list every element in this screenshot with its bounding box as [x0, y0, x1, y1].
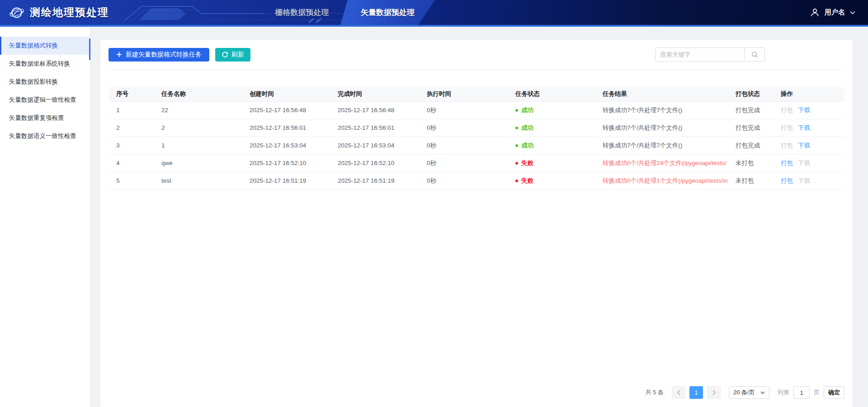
cell-finished-time: 2025-12-17 16:56:48 — [330, 101, 419, 119]
sidebar: 矢量数据格式转换 矢量数据坐标系统转换 矢量数据投影转换 矢量数据逻辑一致性检查… — [0, 27, 90, 407]
cell-duration: 0秒 — [419, 137, 508, 154]
refresh-icon — [222, 51, 228, 58]
column-header: 任务名称 — [154, 87, 242, 101]
cell-task-name: 2 — [154, 119, 242, 137]
task-table: 序号任务名称创建时间完成时间执行时间任务状态任务结果打包状态操作 1 22 20… — [108, 87, 844, 190]
cell-package-status: 打包完成 — [728, 119, 773, 137]
sidebar-item[interactable]: 矢量数据投影转换 — [0, 73, 90, 91]
download-link[interactable]: 下载 — [798, 107, 810, 114]
column-header: 创建时间 — [242, 87, 330, 101]
chevron-down-icon — [850, 11, 855, 14]
sidebar-item[interactable]: 矢量数据坐标系统转换 — [0, 55, 90, 73]
status-dot-icon — [515, 180, 518, 182]
cell-status: 失败 — [508, 172, 595, 189]
cell-operations: 打包下载 — [773, 154, 844, 172]
sidebar-item[interactable]: 矢量数据格式转换 — [0, 37, 90, 55]
plus-icon — [116, 52, 122, 57]
cell-status: 失败 — [508, 154, 595, 172]
cell-result: 转换成功7个/共处理7个文件() — [595, 137, 728, 154]
cell-package-status: 未打包 — [728, 154, 773, 172]
table-row: 1 22 2025-12-17 16:56:48 2025-12-17 16:5… — [108, 101, 844, 119]
cell-finished-time: 2025-12-17 16:53:04 — [330, 137, 419, 154]
tab-vector-preprocess[interactable]: 矢量数据预处理 — [340, 0, 435, 25]
goto-prefix: 到第 — [778, 388, 789, 397]
column-header: 执行时间 — [419, 87, 508, 101]
refresh-label: 刷新 — [231, 51, 244, 59]
search-button[interactable] — [744, 47, 765, 62]
toolbar: 新建矢量数据格式转换任务 刷新 — [108, 47, 844, 70]
cell-operations: 打包下载 — [773, 137, 844, 154]
status-dot-icon — [515, 127, 518, 129]
column-header: 任务结果 — [595, 87, 728, 101]
cell-operations: 打包下载 — [773, 101, 844, 119]
cell-created-time: 2025-12-17 16:52:10 — [242, 154, 330, 172]
pagination-total: 共 5 条 — [646, 388, 664, 397]
cell-status: 成功 — [508, 101, 595, 119]
table-row: 4 qwe 2025-12-17 16:52:10 2025-12-17 16:… — [108, 154, 844, 172]
sidebar-item-label: 矢量数据坐标系统转换 — [9, 60, 70, 67]
user-name: 用户名 — [825, 8, 845, 17]
cell-result: 转换成功0个/共处理1个文件(/pygeoapi/tests/in — [595, 172, 728, 189]
new-task-label: 新建矢量数据格式转换任务 — [126, 51, 202, 59]
download-link: 下载 — [798, 177, 810, 184]
select-chevron-down-icon — [760, 391, 765, 394]
refresh-button[interactable]: 刷新 — [215, 48, 250, 62]
column-header: 任务状态 — [508, 87, 595, 101]
cell-index: 2 — [108, 119, 154, 137]
cell-created-time: 2025-12-17 16:56:01 — [242, 119, 330, 137]
download-link[interactable]: 下载 — [798, 142, 810, 149]
pagination: 共 5 条 1 20 条/页 到第 页 确定 — [108, 386, 844, 401]
cell-task-name: test — [154, 172, 242, 189]
cell-created-time: 2025-12-17 16:51:19 — [242, 172, 330, 189]
sidebar-item[interactable]: 矢量数据语义一致性检查 — [0, 127, 90, 145]
app-header: 测绘地理预处理 栅格数据预处理 矢量数据预处理 用户名 — [0, 0, 868, 27]
cell-package-status: 打包完成 — [728, 101, 773, 119]
status-text: 成功 — [521, 107, 533, 114]
cell-finished-time: 2025-12-17 16:56:01 — [330, 119, 419, 137]
cell-result: 转换成功7个/共处理7个文件() — [595, 101, 728, 119]
pack-link: 打包 — [781, 142, 793, 149]
cell-created-time: 2025-12-17 16:56:48 — [242, 101, 330, 119]
task-list-card: 新建矢量数据格式转换任务 刷新 — [100, 40, 853, 407]
pack-link[interactable]: 打包 — [781, 177, 793, 184]
download-link: 下载 — [798, 160, 810, 166]
cell-index: 1 — [108, 101, 154, 119]
cell-operations: 打包下载 — [773, 172, 844, 189]
sidebar-menu: 矢量数据格式转换 矢量数据坐标系统转换 矢量数据投影转换 矢量数据逻辑一致性检查… — [0, 37, 90, 145]
cell-result: 转换成功0个/共处理24个文件(/pygeoapi/tests/ — [595, 154, 728, 172]
cell-package-status: 打包完成 — [728, 137, 773, 154]
new-task-button[interactable]: 新建矢量数据格式转换任务 — [108, 48, 209, 62]
page-1-button[interactable]: 1 — [689, 386, 703, 399]
cell-duration: 0秒 — [419, 172, 508, 189]
sidebar-item[interactable]: 矢量数据重复项检查 — [0, 109, 90, 127]
cell-duration: 0秒 — [419, 154, 508, 172]
goto-confirm-button[interactable]: 确定 — [824, 386, 844, 399]
app-logo-icon — [8, 4, 25, 21]
column-header: 完成时间 — [330, 87, 419, 101]
page-size-value: 20 条/页 — [733, 388, 755, 397]
goto-suffix: 页 — [814, 388, 820, 397]
user-icon — [810, 8, 820, 17]
status-dot-icon — [515, 144, 518, 147]
table-header-row: 序号任务名称创建时间完成时间执行时间任务状态任务结果打包状态操作 — [108, 87, 844, 101]
cell-task-name: 22 — [154, 101, 242, 119]
goto-page-input[interactable] — [793, 386, 810, 399]
cell-status: 成功 — [508, 119, 595, 137]
cell-task-name: qwe — [154, 154, 242, 172]
sidebar-item-label: 矢量数据逻辑一致性检查 — [9, 96, 76, 103]
user-menu[interactable]: 用户名 — [810, 0, 855, 25]
sidebar-item[interactable]: 矢量数据逻辑一致性检查 — [0, 91, 90, 109]
tab-raster-preprocess[interactable]: 栅格数据预处理 — [258, 0, 346, 25]
next-page-button[interactable] — [707, 386, 721, 399]
table-row: 5 test 2025-12-17 16:51:19 2025-12-17 16… — [108, 172, 844, 189]
search-input[interactable] — [655, 47, 745, 62]
sidebar-item-label: 矢量数据格式转换 — [9, 42, 58, 49]
page-size-select[interactable]: 20 条/页 — [729, 386, 769, 399]
download-link[interactable]: 下载 — [798, 124, 810, 131]
column-header: 操作 — [773, 87, 844, 101]
prev-page-button[interactable] — [672, 386, 685, 399]
pack-link[interactable]: 打包 — [781, 160, 793, 166]
cell-package-status: 未打包 — [728, 172, 773, 189]
table-row: 3 1 2025-12-17 16:53:04 2025-12-17 16:53… — [108, 137, 844, 154]
cell-duration: 0秒 — [419, 101, 508, 119]
